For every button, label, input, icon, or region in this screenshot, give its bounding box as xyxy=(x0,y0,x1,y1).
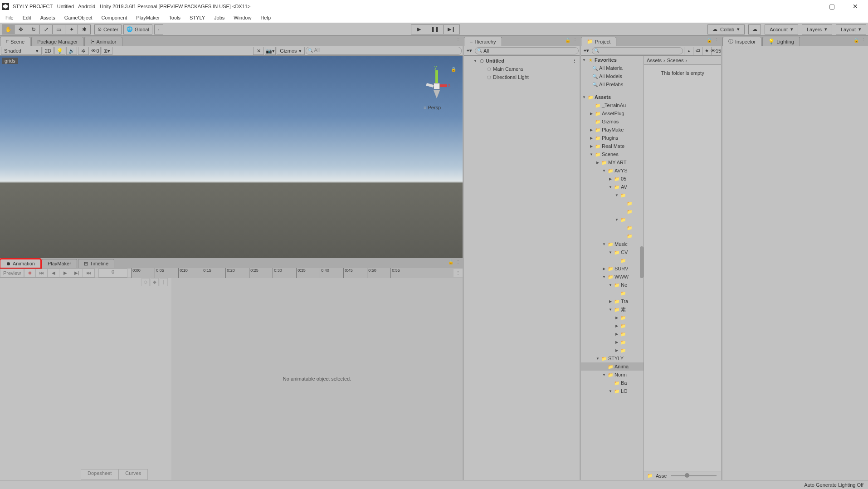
play-button[interactable]: ▶ xyxy=(411,24,427,34)
snap-toggle[interactable]: ⫞ xyxy=(154,24,163,34)
rotate-tool-button[interactable]: ↻ xyxy=(27,24,40,34)
tab-project[interactable]: 📁 Project xyxy=(581,37,616,46)
menu-gameobject[interactable]: GameObject xyxy=(63,14,94,21)
project-folder-item[interactable]: ▶📁05 xyxy=(581,175,644,183)
fold-icon[interactable]: ▼ xyxy=(602,373,606,377)
fold-icon[interactable]: ▼ xyxy=(614,218,619,222)
fold-icon[interactable]: ▼ xyxy=(595,357,600,361)
fold-icon[interactable]: ▶ xyxy=(614,324,619,328)
menu-jobs[interactable]: Jobs xyxy=(212,14,226,21)
lock-icon[interactable]: 🔒 xyxy=(448,259,454,265)
project-folder-item[interactable]: 📁 xyxy=(581,224,644,232)
grid-toggle-button[interactable]: ⊞▾ xyxy=(102,47,112,55)
scale-tool-button[interactable]: ⤢ xyxy=(40,24,53,34)
project-folder-item[interactable]: ▼📁AV xyxy=(581,183,644,191)
orientation-gizmo[interactable]: 🔒 ≡ Persp xyxy=(420,67,456,112)
fold-icon[interactable]: ▼ xyxy=(608,250,613,254)
lock-icon[interactable]: 🔒 xyxy=(853,37,859,43)
search-by-type-button[interactable]: ⬥ xyxy=(684,47,693,55)
effects-toggle-button[interactable]: ✲ xyxy=(78,47,89,55)
fold-icon[interactable]: ▶ xyxy=(614,316,619,320)
transform-tool-button[interactable]: ✦ xyxy=(65,24,78,34)
axis-y-neg[interactable] xyxy=(434,90,440,98)
play-animation-button[interactable]: ▶ xyxy=(59,269,71,278)
project-folder-item[interactable]: 📁 xyxy=(581,232,644,240)
asset-grid[interactable]: This folder is empty xyxy=(644,65,721,471)
gizmos-dropdown[interactable]: Gizmos ▾ xyxy=(277,47,304,55)
project-folder-item[interactable]: 📁Ba xyxy=(581,379,644,387)
rect-tool-button[interactable]: ▭ xyxy=(53,24,65,34)
scene-search-input[interactable]: All xyxy=(306,47,462,55)
fold-icon[interactable]: ▶ xyxy=(614,340,619,344)
project-folder-item[interactable]: ▶📁 xyxy=(581,322,644,330)
tab-animation[interactable]: ⏺ Animation xyxy=(0,259,41,268)
fold-icon[interactable]: ▶ xyxy=(589,136,594,140)
menu-tools[interactable]: Tools xyxy=(167,14,182,21)
pivot-center-toggle[interactable]: ⊙ Center xyxy=(94,24,122,34)
axis-z[interactable] xyxy=(426,83,434,88)
lock-icon[interactable]: 🔒 xyxy=(451,67,456,72)
dock-menu-icon[interactable]: ⋮ xyxy=(455,37,461,43)
fold-icon[interactable]: ▼ xyxy=(608,308,613,312)
project-folder-item[interactable]: ▼📁WWW xyxy=(581,273,644,281)
save-search-button[interactable]: ★ xyxy=(702,47,711,55)
tab-scene[interactable]: ⌗ Scene xyxy=(0,37,30,46)
hand-tool-button[interactable]: ✋ xyxy=(2,24,15,34)
fold-icon[interactable]: ▼ xyxy=(614,193,619,197)
shading-mode-dropdown[interactable]: Shaded ▾ xyxy=(1,47,42,55)
fold-icon[interactable]: ▼ xyxy=(602,242,606,246)
project-folder-item[interactable]: ▼📁CV xyxy=(581,248,644,256)
menu-component[interactable]: Component xyxy=(99,14,129,21)
search-by-label-button[interactable]: 🏷 xyxy=(693,47,702,55)
hierarchy-item-light[interactable]: ⬡ Directional Light xyxy=(464,73,580,81)
menu-help[interactable]: Help xyxy=(258,14,273,21)
favorite-search-item[interactable]: 🔍 All Materia xyxy=(581,64,644,72)
project-folder-item[interactable]: 📁 xyxy=(581,289,644,297)
project-folder-item[interactable]: ▶📁SURV xyxy=(581,264,644,273)
tab-lighting[interactable]: 💡 Lighting xyxy=(762,37,800,46)
axis-x[interactable] xyxy=(440,84,447,87)
hidden-objects-button[interactable]: 👁0 xyxy=(90,47,101,55)
dock-menu-icon[interactable]: ⋮ xyxy=(455,259,461,265)
project-folder-item[interactable]: ▼📁Ne xyxy=(581,281,644,289)
window-close-button[interactable]: ✕ xyxy=(848,1,863,11)
scene-root-item[interactable]: ▼ ⬡ Untitled ⋮ xyxy=(464,57,580,65)
project-folder-item[interactable]: 📁Gizmos xyxy=(581,117,644,126)
slider-thumb[interactable] xyxy=(685,473,689,478)
lock-icon[interactable]: 🔒 xyxy=(565,37,571,43)
fold-icon[interactable]: ▶ xyxy=(602,267,606,271)
fold-icon[interactable]: ▼ xyxy=(602,169,606,173)
project-folder-item[interactable]: ▶📁Tra xyxy=(581,297,644,305)
step-button[interactable]: ▶❙ xyxy=(444,24,460,34)
project-folder-item[interactable]: ▶📁 xyxy=(581,313,644,322)
project-folder-item[interactable]: ▼📁Music xyxy=(581,240,644,248)
favorite-search-item[interactable]: 🔍 All Prefabs xyxy=(581,80,644,88)
fold-icon[interactable]: ▶ xyxy=(589,144,594,148)
thumbnail-size-slider[interactable] xyxy=(671,475,717,476)
camera-settings-button[interactable]: ✕ xyxy=(253,47,264,55)
move-tool-button[interactable]: ✥ xyxy=(15,24,27,34)
project-folder-item[interactable]: 📁 xyxy=(581,256,644,264)
fold-icon[interactable]: ▼ xyxy=(582,58,586,62)
project-folder-item[interactable]: 📁Anima xyxy=(581,362,644,371)
menu-styly[interactable]: STYLY xyxy=(188,14,207,21)
project-folder-item[interactable]: ▼📁Scenes xyxy=(581,150,644,158)
hierarchy-search-input[interactable]: All xyxy=(475,47,579,54)
projection-label[interactable]: ≡ Persp xyxy=(424,105,441,110)
project-folder-item[interactable]: ▶📁PlayMake xyxy=(581,126,644,134)
fold-icon[interactable]: ▶ xyxy=(589,128,594,132)
project-folder-item[interactable]: ▼📁Norm xyxy=(581,371,644,379)
dopesheet-button[interactable]: Dopesheet xyxy=(81,469,118,480)
gizmo-camera-button[interactable]: 📷▾ xyxy=(265,47,276,55)
project-folder-item[interactable]: ▶📁Real Mate xyxy=(581,142,644,150)
tab-package-manager[interactable]: Package Manager xyxy=(31,37,83,46)
tab-timeline[interactable]: ⊟ Timeline xyxy=(78,259,114,268)
layout-button[interactable]: Layout ▾ xyxy=(836,24,866,34)
menu-assets[interactable]: Assets xyxy=(39,14,57,21)
fold-icon[interactable]: ▼ xyxy=(602,275,606,279)
hidden-packages-button[interactable]: 👁15 xyxy=(711,47,720,55)
last-frame-button[interactable]: ⏭ xyxy=(83,269,95,278)
gizmo-center[interactable] xyxy=(434,83,440,89)
audio-toggle-button[interactable]: 🔊 xyxy=(66,47,77,55)
project-folder-item[interactable]: ▶📁Plugins xyxy=(581,134,644,142)
